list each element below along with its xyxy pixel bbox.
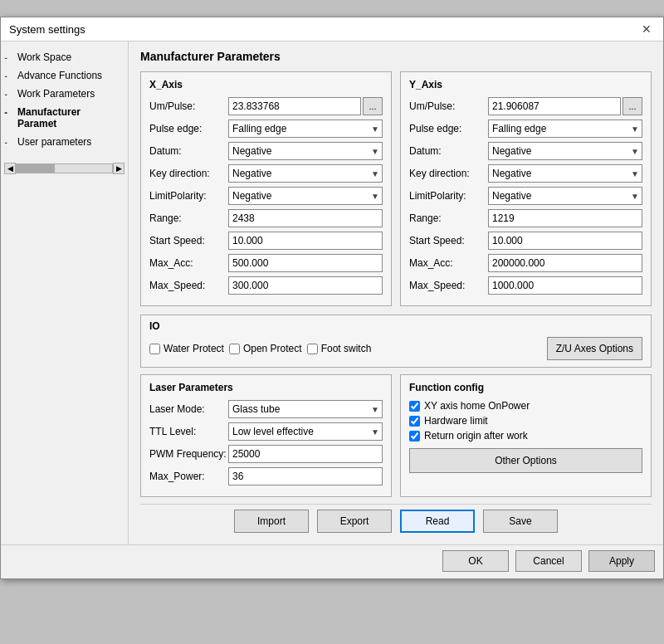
main-panel: Manufacturer Parameters X_Axis Um/Pulse:… — [129, 41, 663, 544]
read-button[interactable]: Read — [400, 510, 475, 533]
y-pulse-edge-row: Pulse edge: Falling edge Rising edge ▼ — [409, 120, 642, 138]
x-max-speed-input[interactable] — [228, 276, 383, 295]
x-start-speed-input[interactable] — [228, 232, 383, 250]
x-key-direction-select[interactable]: Negative Positive — [228, 164, 383, 183]
laser-params-title: Laser Parameters — [149, 382, 383, 393]
y-um-pulse-row: Um/Pulse: ... — [409, 97, 642, 115]
x-um-pulse-btn[interactable]: ... — [363, 97, 383, 115]
x-range-row: Range: — [149, 209, 383, 227]
xy-home-checkbox[interactable] — [409, 401, 420, 412]
max-power-row: Max_Power: — [149, 467, 383, 485]
x-range-label: Range: — [149, 212, 228, 224]
bottom-buttons-row: OK Cancel Apply — [1, 544, 663, 578]
io-title: IO — [149, 320, 642, 332]
hardware-limit-checkbox-label[interactable]: Hardware limit — [409, 415, 642, 427]
y-pulse-edge-select[interactable]: Falling edge Rising edge — [488, 120, 642, 138]
y-um-pulse-field-wrapper: ... — [488, 97, 642, 115]
y-max-acc-row: Max_Acc: — [409, 254, 642, 272]
y-um-pulse-btn[interactable]: ... — [622, 97, 642, 115]
x-um-pulse-input[interactable] — [228, 97, 361, 115]
x-limit-polarity-select[interactable]: Negative Positive — [228, 187, 383, 205]
x-um-pulse-label: Um/Pulse: — [149, 100, 228, 112]
ttl-level-wrapper: Low level effective High level effective… — [228, 422, 383, 441]
x-max-speed-row: Max_Speed: — [149, 276, 383, 295]
foot-switch-checkbox[interactable] — [307, 344, 318, 354]
system-settings-dialog: System settings ✕ Work Space Advance Fun… — [0, 17, 664, 579]
x-pulse-edge-select[interactable]: Falling edge Rising edge — [228, 120, 383, 138]
dialog-content: Work Space Advance Functions Work Parame… — [1, 41, 663, 544]
export-button[interactable]: Export — [317, 510, 392, 533]
x-axis-group: X_Axis Um/Pulse: ... Pulse edge: Falling… — [140, 71, 392, 306]
laser-mode-select[interactable]: Glass tube RF tube CO2 — [228, 400, 383, 418]
scroll-right-arrow[interactable]: ▶ — [113, 163, 124, 174]
func-config-group: Function config XY axis home OnPower Har… — [400, 374, 652, 497]
apply-button[interactable]: Apply — [588, 550, 655, 572]
y-start-speed-row: Start Speed: — [409, 232, 642, 250]
y-start-speed-input[interactable] — [488, 232, 642, 250]
y-limit-polarity-select[interactable]: Negative Positive — [488, 187, 642, 205]
y-max-speed-label: Max_Speed: — [409, 280, 488, 291]
x-datum-select[interactable]: Negative Positive — [228, 142, 383, 160]
y-max-acc-input[interactable] — [488, 254, 642, 272]
y-axis-title: Y_Axis — [409, 79, 642, 90]
ttl-level-row: TTL Level: Low level effective High leve… — [149, 422, 383, 441]
x-datum-label: Datum: — [149, 145, 228, 157]
return-origin-label: Return origin after work — [424, 430, 528, 442]
sidebar-item-manufacturer-params[interactable]: Manufacturer Paramet — [1, 103, 128, 133]
return-origin-checkbox-label[interactable]: Return origin after work — [409, 430, 642, 442]
ok-button[interactable]: OK — [442, 550, 509, 572]
other-options-button[interactable]: Other Options — [409, 448, 642, 473]
water-protect-checkbox-label[interactable]: Water Protect — [149, 343, 224, 354]
open-protect-checkbox[interactable] — [229, 344, 240, 354]
sidebar-item-workspace[interactable]: Work Space — [1, 48, 128, 66]
x-pulse-edge-label: Pulse edge: — [149, 123, 228, 134]
y-datum-wrapper: Negative Positive ▼ — [488, 142, 642, 160]
x-axis-title: X_Axis — [149, 79, 383, 90]
open-protect-checkbox-label[interactable]: Open Protect — [229, 343, 302, 354]
x-pulse-edge-row: Pulse edge: Falling edge Rising edge ▼ — [149, 120, 383, 138]
x-start-speed-label: Start Speed: — [149, 235, 228, 246]
x-max-acc-row: Max_Acc: — [149, 254, 383, 272]
x-key-direction-wrapper: Negative Positive ▼ — [228, 164, 383, 183]
foot-switch-checkbox-label[interactable]: Foot switch — [307, 343, 372, 354]
sidebar-item-advance-functions[interactable]: Advance Functions — [1, 66, 128, 85]
import-button[interactable]: Import — [234, 510, 309, 533]
y-datum-label: Datum: — [409, 145, 488, 157]
return-origin-checkbox[interactable] — [409, 431, 420, 442]
ttl-level-select[interactable]: Low level effective High level effective — [228, 422, 383, 441]
ttl-level-label: TTL Level: — [149, 426, 228, 437]
y-range-input[interactable] — [488, 209, 642, 227]
sidebar-item-user-parameters[interactable]: User parameters — [1, 133, 128, 151]
water-protect-checkbox[interactable] — [149, 344, 160, 354]
max-power-input[interactable] — [228, 467, 383, 485]
scroll-left-arrow[interactable]: ◀ — [4, 163, 16, 174]
y-start-speed-label: Start Speed: — [409, 235, 488, 246]
x-max-speed-label: Max_Speed: — [149, 280, 228, 291]
y-datum-select[interactable]: Negative Positive — [488, 142, 642, 160]
x-max-acc-input[interactable] — [228, 254, 383, 272]
y-key-direction-select[interactable]: Negative Positive — [488, 164, 642, 183]
close-button[interactable]: ✕ — [638, 22, 655, 36]
io-section: IO Water Protect Open Protect Foot switc… — [140, 315, 652, 368]
zu-axes-options-button[interactable]: Z/U Axes Options — [547, 337, 642, 360]
func-config-title: Function config — [409, 382, 642, 393]
save-button[interactable]: Save — [483, 510, 558, 533]
cancel-button[interactable]: Cancel — [515, 550, 582, 572]
x-datum-wrapper: Negative Positive ▼ — [228, 142, 383, 160]
section-title: Manufacturer Parameters — [140, 50, 652, 63]
hardware-limit-checkbox[interactable] — [409, 416, 420, 427]
sidebar-item-work-parameters[interactable]: Work Parameters — [1, 85, 128, 103]
scroll-track — [16, 163, 113, 173]
y-max-speed-input[interactable] — [488, 276, 642, 295]
open-protect-label: Open Protect — [243, 343, 302, 354]
y-um-pulse-input[interactable] — [488, 97, 621, 115]
x-range-input[interactable] — [228, 209, 383, 227]
y-max-acc-label: Max_Acc: — [409, 257, 488, 269]
x-datum-row: Datum: Negative Positive ▼ — [149, 142, 383, 160]
x-limit-polarity-row: LimitPolarity: Negative Positive ▼ — [149, 187, 383, 205]
xy-home-checkbox-label[interactable]: XY axis home OnPower — [409, 400, 642, 412]
laser-mode-row: Laser Mode: Glass tube RF tube CO2 ▼ — [149, 400, 383, 418]
x-start-speed-row: Start Speed: — [149, 232, 383, 250]
y-key-direction-label: Key direction: — [409, 168, 488, 179]
pwm-frequency-input[interactable] — [228, 445, 383, 463]
